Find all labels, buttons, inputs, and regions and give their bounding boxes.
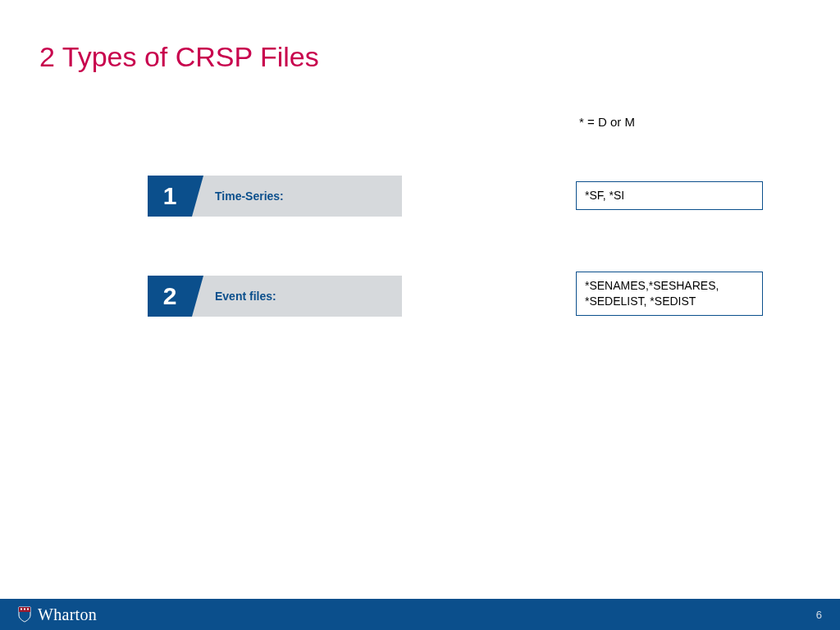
- category-event-files: 2 Event files:: [148, 276, 402, 317]
- file-list-event-files: *SENAMES,*SESHARES, *SEDELIST, *SEDIST: [576, 272, 763, 316]
- category-label: Time-Series:: [215, 189, 284, 203]
- category-number-badge: 2: [148, 276, 192, 317]
- svg-rect-1: [21, 609, 22, 610]
- file-list-time-series: *SF, *SI: [576, 181, 763, 210]
- svg-rect-2: [24, 609, 25, 610]
- legend-note: * = D or M: [579, 115, 635, 129]
- slide: 2 Types of CRSP Files * = D or M 1 Time-…: [0, 0, 840, 630]
- svg-rect-3: [27, 609, 29, 610]
- category-number: 1: [163, 182, 177, 210]
- shield-icon: [18, 606, 31, 623]
- category-label: Event files:: [215, 290, 276, 303]
- slide-title: 2 Types of CRSP Files: [39, 41, 319, 73]
- category-time-series: 1 Time-Series:: [148, 176, 402, 217]
- category-number-badge: 1: [148, 176, 192, 217]
- category-number: 2: [163, 282, 177, 310]
- footer-bar: Wharton 6: [0, 599, 840, 630]
- brand-name: Wharton: [38, 605, 97, 624]
- page-number: 6: [816, 609, 822, 621]
- brand: Wharton: [18, 605, 97, 624]
